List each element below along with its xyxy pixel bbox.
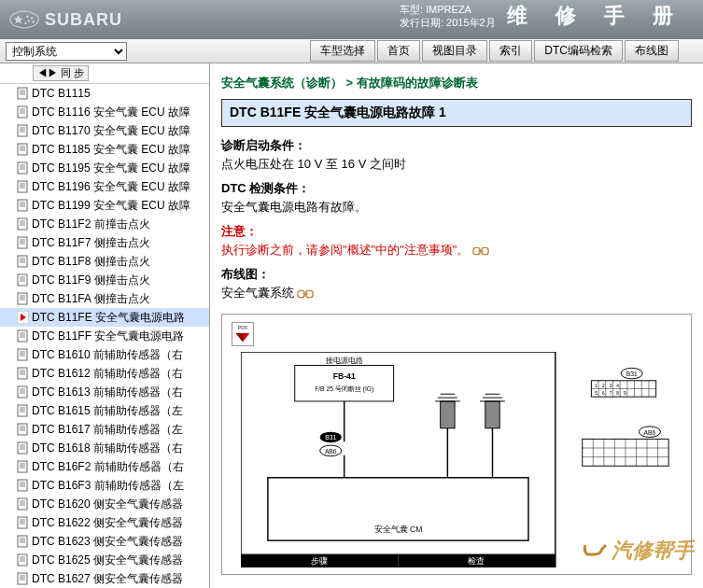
- link-icon[interactable]: [472, 245, 489, 257]
- svg-text:5: 5: [595, 391, 598, 396]
- play-icon: [17, 311, 29, 324]
- tree-item[interactable]: DTC B1185 安全气囊 ECU 故障: [0, 140, 209, 159]
- svg-text:安全气囊 CM: 安全气囊 CM: [374, 525, 423, 534]
- document-icon: [17, 367, 29, 380]
- svg-point-6: [24, 22, 26, 24]
- tree-item[interactable]: DTC B11FA 侧撞击点火: [0, 289, 209, 308]
- watermark: 汽修帮手: [582, 537, 694, 565]
- tree-item[interactable]: DTC B16F2 前辅助传感器（右: [0, 457, 209, 476]
- nav-btn-索引[interactable]: 索引: [489, 40, 532, 62]
- tree-item-label: DTC B11FF 安全气囊电源电路: [32, 328, 184, 344]
- svg-rect-97: [18, 517, 27, 528]
- dtc-tree: DTC B1115 DTC B1116 安全气囊 ECU 故障DTC B1170…: [0, 84, 209, 588]
- svg-rect-39: [18, 237, 27, 248]
- tree-item-label: DTC B16F3 前辅助传感器（左: [32, 477, 184, 494]
- svg-text:7: 7: [610, 391, 612, 396]
- tree-item[interactable]: DTC B1115: [0, 84, 209, 103]
- tree-item[interactable]: DTC B1612 前辅助传感器（右: [0, 364, 209, 383]
- tree-item-label: DTC B1612 前辅助传感器（右: [32, 365, 183, 382]
- breadcrumb: 安全气囊系统（诊断） > 有故障码的故障诊断表: [221, 71, 692, 99]
- tree-item[interactable]: DTC B1623 侧安全气囊传感器: [0, 532, 209, 551]
- tree-item-label: DTC B11F9 侧撞击点火: [32, 272, 150, 288]
- svg-point-4: [28, 20, 30, 21]
- wiring-label: 布线图：: [221, 267, 270, 281]
- document-icon: [17, 292, 29, 305]
- svg-rect-15: [18, 125, 27, 136]
- tree-item[interactable]: DTC B1199 安全气囊 ECU 故障: [0, 196, 209, 215]
- document-icon: [17, 572, 29, 585]
- nav-btn-车型选择[interactable]: 车型选择: [310, 40, 375, 62]
- pdf-icon[interactable]: PDF: [232, 322, 254, 346]
- nav-btn-DTC编码检索[interactable]: DTC编码检索: [534, 40, 623, 62]
- svg-rect-85: [18, 461, 27, 472]
- tree-item[interactable]: DTC B1170 安全气囊 ECU 故障: [0, 121, 209, 140]
- tree-item-label: DTC B1615 前辅助传感器（左: [32, 402, 183, 419]
- manual-title: 维 修 手 册: [507, 2, 684, 30]
- subaru-stars-icon: [9, 10, 39, 29]
- svg-rect-35: [18, 218, 27, 230]
- dtc-detect-text: 安全气囊电源电路有故障。: [221, 200, 367, 214]
- tree-item[interactable]: DTC B11F9 侧撞击点火: [0, 271, 209, 289]
- sidebar: ◀▶ 同 步 DTC B1115 DTC B1116 安全气囊 ECU 故障DT…: [0, 63, 210, 588]
- wiring-text: 安全气囊系统: [221, 286, 294, 300]
- svg-text:接电源电路: 接电源电路: [326, 357, 363, 365]
- svg-rect-43: [18, 256, 27, 267]
- tree-item-label: DTC B1618 前辅助传感器（右: [32, 440, 183, 456]
- tree-item[interactable]: DTC B1116 安全气囊 ECU 故障: [0, 103, 209, 121]
- svg-rect-81: [18, 442, 27, 454]
- sync-button[interactable]: ◀▶ 同 步: [33, 65, 89, 81]
- document-icon: [17, 385, 29, 399]
- svg-rect-23: [18, 162, 27, 174]
- diag-start-text: 点火电压处在 10 V 至 16 V 之间时: [221, 157, 406, 171]
- svg-rect-93: [18, 498, 27, 510]
- tree-item[interactable]: DTC B1195 安全气囊 ECU 故障: [0, 159, 209, 177]
- tree-item[interactable]: DTC B11FF 安全气囊电源电路: [0, 327, 209, 345]
- tree-item[interactable]: DTC B1613 前辅助传感器（右: [0, 383, 209, 401]
- svg-text:2: 2: [602, 384, 605, 388]
- tree-item[interactable]: DTC B1627 侧安全气囊传感器: [0, 569, 209, 588]
- wiring-diagram: PDF 接电源电路 FB-41 F/B 25 号闭断丝 (IG) B31 AB6…: [221, 314, 692, 575]
- tree-item[interactable]: DTC B11F7 侧撞击点火: [0, 233, 209, 252]
- link-icon[interactable]: [297, 288, 314, 300]
- tree-item-label: DTC B11FE 安全气囊电源电路: [32, 309, 185, 326]
- tree-item-label: DTC B1170 安全气囊 ECU 故障: [32, 122, 190, 139]
- svg-point-5: [32, 21, 34, 22]
- svg-rect-19: [18, 144, 27, 155]
- nav-btn-布线图[interactable]: 布线图: [625, 40, 679, 62]
- svg-rect-65: [18, 368, 27, 379]
- tree-item[interactable]: DTC B1625 侧安全气囊传感器: [0, 551, 209, 569]
- tree-item[interactable]: DTC B11FE 安全气囊电源电路: [0, 308, 209, 327]
- svg-rect-101: [18, 536, 27, 547]
- nav-btn-视图目录[interactable]: 视图目录: [422, 40, 487, 62]
- tree-item[interactable]: DTC B1610 前辅助传感器（右: [0, 345, 209, 364]
- system-dropdown[interactable]: 控制系统: [6, 42, 127, 61]
- content-pane: 安全气囊系统（诊断） > 有故障码的故障诊断表 DTC B11FE 安全气囊电源…: [210, 63, 703, 588]
- svg-rect-61: [18, 349, 27, 360]
- nav-btn-首页[interactable]: 首页: [377, 40, 420, 62]
- tree-item[interactable]: DTC B11F2 前撞击点火: [0, 215, 209, 233]
- svg-rect-31: [18, 200, 27, 211]
- document-icon: [17, 423, 29, 436]
- tree-item[interactable]: DTC B1618 前辅助传感器（右: [0, 439, 209, 457]
- tree-item[interactable]: DTC B1615 前辅助传感器（左: [0, 401, 209, 420]
- svg-rect-140: [441, 401, 455, 428]
- tree-item[interactable]: DTC B1622 侧安全气囊传感器: [0, 513, 209, 532]
- svg-text:检查: 检查: [468, 556, 485, 566]
- document-icon: [17, 143, 29, 156]
- tree-item[interactable]: DTC B11F8 侧撞击点火: [0, 252, 209, 271]
- document-icon: [17, 180, 29, 193]
- dtc-title: DTC B11FE 安全气囊电源电路故障 1: [221, 99, 692, 127]
- tree-item-label: DTC B1617 前辅助传感器（左: [32, 421, 183, 438]
- tree-item[interactable]: DTC B1196 安全气囊 ECU 故障: [0, 177, 209, 196]
- svg-text:6: 6: [602, 391, 605, 396]
- tree-item-label: DTC B1195 安全气囊 ECU 故障: [32, 160, 190, 176]
- svg-rect-144: [485, 401, 499, 428]
- tree-item[interactable]: DTC B1620 侧安全气囊传感器: [0, 495, 209, 513]
- svg-point-0: [10, 11, 38, 28]
- circuit-svg: 接电源电路 FB-41 F/B 25 号闭断丝 (IG) B31 AB6 安全气…: [241, 352, 672, 567]
- document-icon: [17, 255, 29, 268]
- tree-item[interactable]: DTC B16F3 前辅助传感器（左: [0, 476, 209, 495]
- tree-item[interactable]: DTC B1617 前辅助传感器（左: [0, 420, 209, 439]
- svg-text:F/B 25 号闭断丝 (IG): F/B 25 号闭断丝 (IG): [315, 385, 373, 393]
- svg-rect-57: [18, 330, 27, 342]
